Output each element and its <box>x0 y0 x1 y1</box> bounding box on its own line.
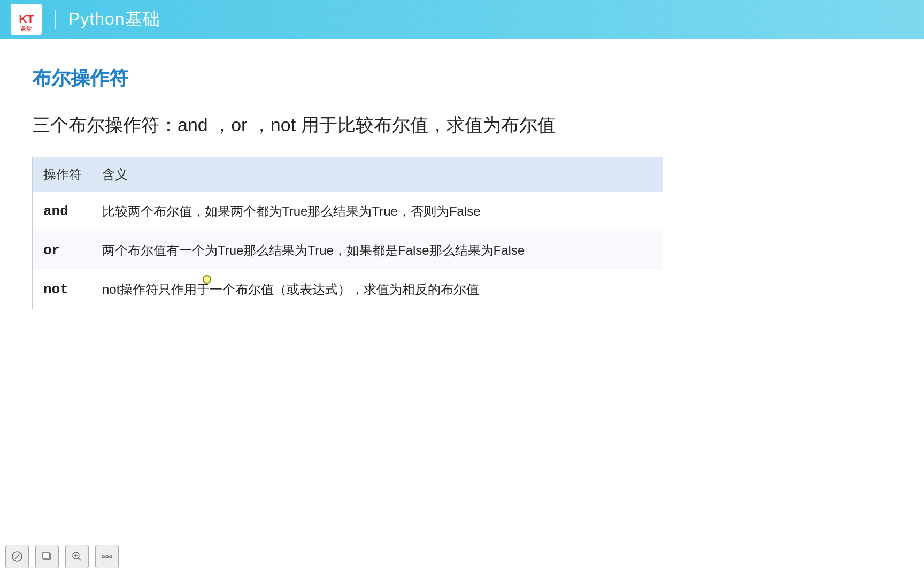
header-title: Python基础 <box>68 7 160 31</box>
description-not: not操作符只作用于一个布尔值（或表达式），求值为相反的布尔值 <box>102 280 652 299</box>
draw-icon <box>11 550 24 563</box>
operator-not: not <box>43 282 102 298</box>
header-divider <box>55 10 56 29</box>
copy-icon <box>41 550 53 563</box>
svg-line-1 <box>15 554 19 559</box>
more-icon <box>101 550 113 563</box>
col-operator-header: 操作符 <box>43 166 102 183</box>
operator-or: or <box>43 242 102 258</box>
subtitle-text: 三个布尔操作符：and ，or ，not 用于比较布尔值，求值为布尔值 <box>32 113 892 138</box>
table-row-not: not not操作符只作用于一个布尔值（或表达式），求值为相反的布尔值 <box>33 270 663 309</box>
svg-rect-8 <box>102 556 104 558</box>
page-title: 布尔操作符 <box>32 65 892 92</box>
bottom-toolbar <box>5 545 119 568</box>
svg-rect-9 <box>106 556 108 558</box>
svg-rect-10 <box>110 556 112 558</box>
operator-and: and <box>43 203 102 219</box>
logo-subtitle-text: 课堂 <box>20 25 32 33</box>
copy-button[interactable] <box>35 545 59 568</box>
table-header: 操作符 含义 <box>33 157 663 192</box>
operators-table: 操作符 含义 and 比较两个布尔值，如果两个都为True那么结果为True，否… <box>32 157 663 309</box>
more-button[interactable] <box>95 545 119 568</box>
table-row-and: and 比较两个布尔值，如果两个都为True那么结果为True，否则为False <box>33 192 663 231</box>
logo-kt-text: KT <box>19 13 33 25</box>
zoom-button[interactable] <box>65 545 89 568</box>
zoom-icon <box>71 550 83 563</box>
col-description-header: 含义 <box>102 166 652 183</box>
header: KT 课堂 Python基础 <box>0 0 924 39</box>
svg-rect-3 <box>43 552 49 559</box>
description-and: 比较两个布尔值，如果两个都为True那么结果为True，否则为False <box>102 202 652 221</box>
draw-button[interactable] <box>5 545 29 568</box>
main-content: 布尔操作符 三个布尔操作符：and ，or ，not 用于比较布尔值，求值为布尔… <box>0 39 924 331</box>
table-row-or: or 两个布尔值有一个为True那么结果为True，如果都是False那么结果为… <box>33 231 663 270</box>
logo: KT 课堂 <box>11 4 42 35</box>
description-or: 两个布尔值有一个为True那么结果为True，如果都是False那么结果为Fal… <box>102 241 652 260</box>
svg-line-5 <box>79 558 81 561</box>
